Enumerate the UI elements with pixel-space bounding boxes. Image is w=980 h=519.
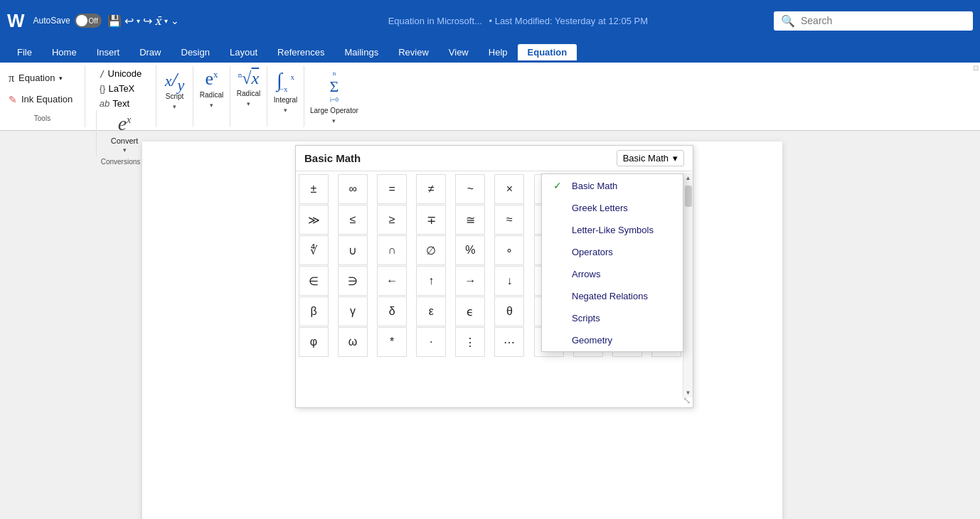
latex-button[interactable]: {} LaTeX — [97, 82, 145, 95]
tab-home[interactable]: Home — [42, 44, 87, 60]
symbol-cell[interactable]: → — [455, 266, 485, 296]
symbol-cell[interactable]: * — [377, 327, 407, 357]
dropdown-item-label: Basic Math — [572, 181, 617, 191]
tab-design[interactable]: Design — [171, 44, 220, 60]
ribbon-tab-bar: File Home Insert Draw Design Layout Refe… — [0, 41, 980, 63]
symbol-cell[interactable]: ≈ — [494, 205, 524, 235]
more-icon[interactable]: ▾ — [164, 17, 168, 25]
title-bar: W AutoSave Off 💾 ↩ ▾ ↪ x̄ ▾ ⌄ Equation i… — [0, 0, 980, 41]
symbol-cell[interactable]: % — [455, 235, 485, 265]
dropdown-item-scripts[interactable]: Scripts — [542, 307, 683, 329]
main-content: Basic Math Basic Math ▾ ✓ Basic Math Gre… — [0, 131, 980, 519]
word-icon: W — [7, 10, 25, 32]
tab-view[interactable]: View — [439, 44, 479, 60]
symbol-cell[interactable]: × — [494, 174, 524, 204]
unicode-button[interactable]: / Unicode — [97, 67, 145, 80]
symbol-cell[interactable]: ε — [416, 296, 446, 326]
dropdown-item-geometry[interactable]: Geometry — [542, 329, 683, 351]
symbol-cell[interactable]: β — [299, 296, 329, 326]
symbol-cell[interactable]: ∅ — [416, 235, 446, 265]
symbol-cell[interactable]: ∪ — [338, 235, 368, 265]
symbol-cell[interactable]: ∋ — [338, 266, 368, 296]
category-dropdown[interactable]: Basic Math ▾ ✓ Basic Math Greek Letters — [617, 150, 684, 166]
symbol-cell[interactable]: ⋯ — [494, 327, 524, 357]
formula-icon[interactable]: x̄ — [155, 14, 161, 28]
vertical-scrollbar[interactable]: ▲ ▼ — [683, 173, 693, 397]
symbol-cell[interactable]: ω — [338, 327, 368, 357]
symbol-cell[interactable]: = — [377, 174, 407, 204]
symbol-cell[interactable]: ~ — [455, 174, 485, 204]
tab-mailings[interactable]: Mailings — [335, 44, 389, 60]
symbol-cell[interactable]: θ — [494, 296, 524, 326]
radical-symbol-button[interactable]: n√x Radical ▾ — [230, 65, 267, 127]
symbol-cell[interactable]: ≫ — [299, 205, 329, 235]
dropdown-item-operators[interactable]: Operators — [542, 241, 683, 263]
symbol-cell[interactable]: · — [416, 327, 446, 357]
radical-symbol-arrow[interactable]: ▾ — [247, 100, 250, 107]
ink-equation-button[interactable]: ✎ Ink Equation — [6, 92, 79, 107]
dropdown-item-basic-math[interactable]: ✓ Basic Math — [542, 174, 683, 197]
large-operator-button[interactable]: n Σ i=0 Large Operator ▾ — [304, 65, 364, 127]
script-button[interactable]: x/y Script ▾ — [156, 65, 193, 127]
symbol-cell[interactable]: ≅ — [455, 205, 485, 235]
search-box[interactable]: 🔍 — [774, 11, 973, 31]
dropdown-item-negated-relations[interactable]: Negated Relations — [542, 285, 683, 307]
symbol-cell[interactable]: ∈ — [299, 266, 329, 296]
tab-insert[interactable]: Insert — [87, 44, 130, 60]
large-operator-arrow[interactable]: ▾ — [332, 117, 336, 124]
dropdown-item-label: Scripts — [572, 313, 600, 323]
dropdown-item-greek-letters[interactable]: Greek Letters — [542, 197, 683, 219]
radical-arrow[interactable]: ▾ — [210, 102, 213, 109]
symbol-cell[interactable]: ϵ — [455, 296, 485, 326]
symbol-cell[interactable]: γ — [338, 296, 368, 326]
tab-help[interactable]: Help — [479, 44, 518, 60]
symbol-cell[interactable]: ← — [377, 266, 407, 296]
symbol-cell[interactable]: ⋮ — [455, 327, 485, 357]
save-icon[interactable]: 💾 — [107, 14, 122, 28]
redo-icon[interactable]: ↪ — [143, 14, 152, 28]
autosave-toggle[interactable]: Off — [75, 14, 102, 28]
tab-review[interactable]: Review — [388, 44, 439, 60]
tab-layout[interactable]: Layout — [220, 44, 267, 60]
conversions-expand[interactable]: ⊡ — [973, 64, 979, 72]
symbol-cell[interactable]: ↑ — [416, 266, 446, 296]
symbol-cell[interactable]: φ — [299, 327, 329, 357]
symbol-cell[interactable]: ≠ — [416, 174, 446, 204]
symbol-cell[interactable]: ∞ — [338, 174, 368, 204]
symbol-cell[interactable]: ∘ — [494, 235, 524, 265]
tab-references[interactable]: References — [267, 44, 334, 60]
equation-dropdown-arrow[interactable]: ▾ — [59, 75, 63, 82]
symbol-cell[interactable]: ∩ — [377, 235, 407, 265]
symbol-cell[interactable]: δ — [377, 296, 407, 326]
scroll-thumb[interactable] — [685, 186, 692, 207]
dropdown-item-letter-like-symbols[interactable]: Letter-Like Symbols — [542, 219, 683, 241]
unicode-label: Unicode — [108, 68, 142, 79]
convert-dropdown-arrow[interactable]: ▾ — [123, 146, 127, 154]
symbol-cell[interactable]: ± — [299, 174, 329, 204]
tab-equation[interactable]: Equation — [518, 44, 577, 60]
radical-button[interactable]: ex Radical ▾ — [193, 65, 230, 127]
integral-arrow[interactable]: ▾ — [284, 107, 287, 114]
symbol-cell[interactable]: ∓ — [416, 205, 446, 235]
undo-icon[interactable]: ↩ — [124, 14, 134, 28]
customize-icon[interactable]: ⌄ — [171, 15, 179, 26]
search-input[interactable] — [801, 15, 943, 26]
script-arrow[interactable]: ▾ — [173, 103, 176, 110]
undo-arrow[interactable]: ▾ — [137, 17, 140, 25]
convert-button[interactable]: ex Convert ▾ — [104, 110, 146, 156]
tab-draw[interactable]: Draw — [129, 44, 171, 60]
symbol-cell[interactable]: ≥ — [377, 205, 407, 235]
integral-button[interactable]: ∫−xx Integral ▾ — [267, 65, 304, 127]
equation-panel-container: Basic Math Basic Math ▾ ✓ Basic Math Gre… — [295, 138, 693, 408]
scroll-up-button[interactable]: ▲ — [683, 173, 693, 183]
symbol-cell[interactable]: ∜ — [299, 235, 329, 265]
symbol-cell[interactable]: ≤ — [338, 205, 368, 235]
dropdown-item-arrows[interactable]: Arrows — [542, 263, 683, 285]
category-dropdown-menu: ✓ Basic Math Greek Letters Letter-Like S… — [541, 173, 683, 352]
last-modified: • Last Modified: Yesterday at 12:05 PM — [489, 16, 649, 26]
text-button[interactable]: ab Text — [97, 97, 145, 110]
tab-file[interactable]: File — [7, 44, 42, 60]
equation-button[interactable]: π Equation ▾ — [6, 70, 79, 86]
symbol-cell[interactable]: ↓ — [494, 266, 524, 296]
scroll-down-button[interactable]: ▼ — [683, 387, 693, 397]
